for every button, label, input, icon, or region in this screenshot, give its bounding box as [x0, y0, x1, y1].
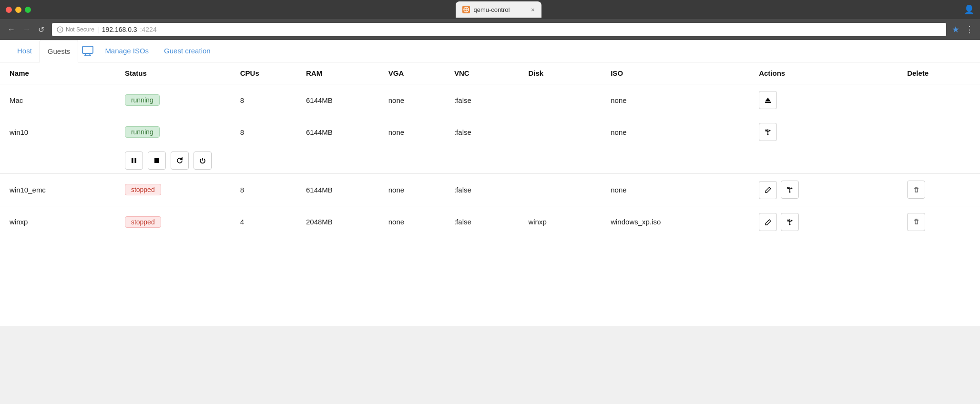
guest-vnc: :false: [445, 206, 519, 238]
guest-vga: none: [379, 206, 445, 238]
tab-host[interactable]: Host: [10, 40, 40, 62]
guest-name: Mac: [0, 84, 115, 116]
col-header-name: Name: [0, 62, 115, 84]
col-header-iso: ISO: [601, 62, 749, 84]
svg-rect-16: [766, 130, 766, 131]
svg-point-30: [791, 220, 793, 221]
guest-status: stopped: [115, 174, 231, 206]
guest-controls: [115, 148, 980, 174]
tab-favicon: [462, 6, 470, 13]
edit-button[interactable]: [759, 213, 777, 231]
svg-rect-11: [765, 102, 771, 103]
svg-point-32: [789, 223, 791, 225]
guest-cpus: 8: [231, 84, 296, 116]
address-bar: ← → ↺ Not Secure | 192.168.0.3 :4224 ★ ⋮: [0, 19, 980, 40]
guest-iso: none: [601, 116, 749, 148]
svg-rect-18: [132, 158, 133, 163]
col-header-vga: VGA: [379, 62, 445, 84]
usb-button[interactable]: [759, 123, 777, 141]
guest-delete: [898, 116, 980, 148]
guest-delete: [898, 206, 980, 238]
restart-button[interactable]: [171, 152, 189, 170]
guest-ram: 2048MB: [296, 206, 379, 238]
power-button[interactable]: [194, 152, 212, 170]
svg-rect-20: [154, 158, 159, 163]
guest-actions: [749, 84, 898, 116]
svg-point-17: [767, 134, 769, 135]
status-badge: running: [125, 126, 160, 138]
url-port: :4224: [140, 26, 157, 33]
status-badge: stopped: [125, 216, 161, 228]
status-badge: stopped: [125, 184, 161, 195]
security-indicator: Not Secure: [57, 26, 94, 33]
col-header-cpus: CPUs: [231, 62, 296, 84]
guest-actions: [749, 174, 898, 206]
bookmark-star-icon[interactable]: ★: [952, 24, 960, 35]
browser-tab[interactable]: qemu-control ×: [456, 1, 541, 18]
usb-button[interactable]: [781, 181, 799, 199]
delete-button[interactable]: [907, 213, 925, 231]
guest-iso: none: [601, 174, 749, 206]
table-row: win10 running 8 6144MB none :false none: [0, 116, 980, 148]
usb-button[interactable]: [781, 213, 799, 231]
forward-button[interactable]: →: [21, 24, 32, 35]
svg-point-5: [60, 30, 61, 31]
guest-vnc: :false: [445, 116, 519, 148]
col-header-actions: Actions: [749, 62, 898, 84]
guest-vnc: :false: [445, 174, 519, 206]
col-header-ram: RAM: [296, 62, 379, 84]
guest-name: win10_emc: [0, 174, 115, 206]
tab-guest-creation[interactable]: Guest creation: [156, 40, 218, 62]
stop-button[interactable]: [148, 152, 166, 170]
table-row: winxp stopped 4 2048MB none :false winxp…: [0, 206, 980, 238]
guest-ram: 6144MB: [296, 84, 379, 116]
table-row: win10_emc stopped 8 6144MB none :false n…: [0, 174, 980, 206]
col-header-vnc: VNC: [445, 62, 519, 84]
guest-vga: none: [379, 84, 445, 116]
traffic-lights: [6, 7, 31, 13]
pause-button[interactable]: [125, 152, 143, 170]
maximize-traffic-light[interactable]: [25, 7, 31, 13]
guest-actions: [749, 116, 898, 148]
guest-name: win10: [0, 116, 115, 148]
svg-rect-6: [82, 46, 93, 53]
col-header-disk: Disk: [519, 62, 601, 84]
status-badge: running: [125, 94, 160, 106]
refresh-button[interactable]: ↺: [36, 24, 46, 35]
minimize-traffic-light[interactable]: [15, 7, 21, 13]
back-button[interactable]: ←: [6, 24, 17, 35]
url-host: 192.168.0.3: [102, 26, 137, 33]
svg-marker-10: [765, 98, 771, 101]
monitor-icon: [78, 46, 97, 56]
guest-delete: [898, 84, 980, 116]
browser-menu-button[interactable]: ⋮: [965, 24, 974, 35]
controls-row: [0, 148, 980, 174]
close-traffic-light[interactable]: [6, 7, 12, 13]
svg-rect-19: [134, 158, 136, 163]
guest-delete: [898, 174, 980, 206]
guest-actions: [749, 206, 898, 238]
guest-name: winxp: [0, 206, 115, 238]
app-tab-bar: Host Guests Manage ISOs Guest creation: [0, 40, 980, 62]
eject-button[interactable]: [759, 91, 777, 109]
guest-ram: 6144MB: [296, 116, 379, 148]
guest-disk: [519, 116, 601, 148]
guest-cpus: 4: [231, 206, 296, 238]
svg-rect-25: [787, 188, 788, 189]
guest-disk: [519, 84, 601, 116]
delete-button[interactable]: [907, 181, 925, 199]
guest-status: running: [115, 116, 231, 148]
guest-disk: winxp: [519, 206, 601, 238]
url-bar[interactable]: Not Secure | 192.168.0.3 :4224: [52, 23, 946, 36]
profile-icon: 👤: [964, 4, 974, 15]
svg-point-24: [791, 188, 793, 189]
svg-point-26: [789, 192, 791, 193]
svg-point-15: [769, 130, 771, 131]
edit-button[interactable]: [759, 181, 777, 199]
tab-manage-isos[interactable]: Manage ISOs: [97, 40, 156, 62]
guest-iso: windows_xp.iso: [601, 206, 749, 238]
tab-close-button[interactable]: ×: [531, 6, 535, 13]
tab-guests[interactable]: Guests: [40, 40, 79, 62]
guest-vga: none: [379, 174, 445, 206]
guest-cpus: 8: [231, 116, 296, 148]
